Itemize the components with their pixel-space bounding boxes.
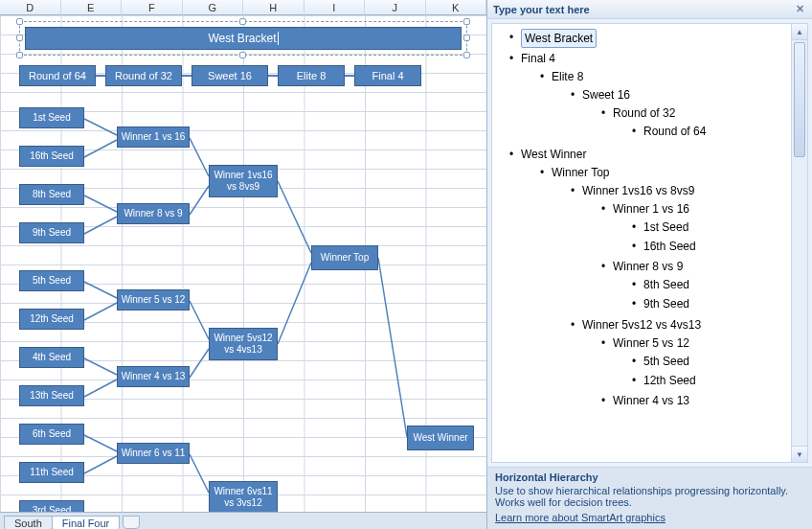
matchup-box[interactable]: Winner 5vs12 vs 4vs13 — [209, 328, 278, 360]
round-box[interactable]: Final 4 — [354, 65, 421, 86]
final-box[interactable]: West Winner — [407, 426, 474, 450]
col-header[interactable]: J — [365, 0, 426, 15]
pane-header: Type your text here ✕ — [487, 0, 812, 19]
matchup-box[interactable]: Winner 6 vs 11 — [117, 443, 190, 464]
outline-item[interactable]: Round of 64 — [632, 122, 789, 141]
svg-line-2 — [84, 196, 117, 212]
matchup-box[interactable]: Winner 5 vs 12 — [117, 289, 190, 310]
scroll-thumb[interactable] — [794, 42, 805, 157]
footer-title: Horizontal Hierarchy — [495, 472, 804, 483]
pane-title: Type your text here — [493, 4, 590, 15]
svg-line-3 — [84, 217, 117, 234]
matchup-box[interactable]: Winner 4 vs 13 — [117, 366, 190, 387]
svg-line-4 — [84, 282, 117, 298]
col-header[interactable]: I — [304, 0, 366, 15]
new-sheet-button[interactable] — [123, 516, 140, 529]
outline-item[interactable]: Round of 32 Round of 64 — [601, 104, 789, 142]
round-box[interactable]: Round of 64 — [19, 65, 96, 86]
svg-line-15 — [278, 181, 311, 253]
svg-line-10 — [190, 138, 209, 176]
outline-item[interactable]: Winner 1vs16 vs 8vs9 Winner 1 vs 16 1st … — [571, 181, 789, 315]
resize-handle[interactable] — [463, 34, 470, 41]
seed-box[interactable]: 11th Seed — [19, 462, 84, 483]
col-header[interactable]: E — [61, 0, 123, 15]
sheet-tab[interactable]: Final Four — [52, 516, 121, 529]
connector — [345, 75, 354, 77]
svg-line-13 — [190, 349, 209, 378]
svg-line-6 — [84, 358, 117, 375]
round-box[interactable]: Elite 8 — [278, 65, 345, 86]
outline-item[interactable]: 12th Seed — [632, 371, 789, 390]
connector — [182, 75, 192, 77]
resize-handle[interactable] — [16, 34, 23, 41]
smartart-text-pane: Type your text here ✕ West Bracket Final… — [486, 0, 812, 529]
outline-editor[interactable]: West Bracket Final 4 Elite 8 Sweet 16 Ro… — [492, 24, 791, 462]
outline-item[interactable]: 9th Seed — [632, 294, 789, 313]
round-box[interactable]: Sweet 16 — [192, 65, 268, 86]
matchup-box[interactable]: Winner 6vs11 vs 3vs12 — [209, 481, 278, 514]
svg-line-0 — [84, 119, 117, 135]
outline-item[interactable]: Elite 8 Sweet 16 Round of 32 Round of 64 — [540, 67, 789, 144]
title-text: West Bracket — [208, 32, 276, 45]
resize-handle[interactable] — [463, 18, 470, 25]
resize-handle[interactable] — [16, 18, 23, 25]
outline-item[interactable]: 5th Seed — [632, 352, 789, 371]
outline-item[interactable]: Winner Top Winner 1vs16 vs 8vs9 Winner 1… — [540, 163, 789, 412]
text-caret — [278, 32, 279, 45]
scroll-up-icon[interactable]: ▲ — [792, 24, 807, 40]
seed-box[interactable]: 9th Seed — [19, 222, 84, 243]
bracket-title[interactable]: West Bracket — [25, 27, 462, 50]
seed-box[interactable]: 13th Seed — [19, 385, 84, 406]
outline-item[interactable]: West Bracket — [509, 28, 789, 49]
matchup-box[interactable]: Winner Top — [311, 245, 378, 270]
col-header[interactable]: F — [122, 0, 183, 15]
matchup-box[interactable]: Winner 1 vs 16 — [117, 126, 190, 148]
scroll-track[interactable] — [792, 40, 807, 446]
matchup-box[interactable]: Winner 1vs16 vs 8vs9 — [209, 165, 278, 197]
footer-desc: Use to show hierarchical relationships p… — [495, 485, 804, 508]
col-header[interactable]: D — [0, 0, 61, 15]
outline-item[interactable]: Sweet 16 Round of 32 Round of 64 — [571, 85, 789, 143]
svg-line-14 — [190, 454, 209, 493]
column-headers: D E F G H I J K — [0, 0, 486, 15]
seed-box[interactable]: 5th Seed — [19, 270, 84, 291]
col-header[interactable]: K — [426, 0, 487, 15]
outline-item[interactable]: Winner 1 vs 16 1st Seed 16th Seed — [601, 199, 789, 257]
scroll-down-icon[interactable]: ▼ — [792, 446, 807, 462]
resize-handle[interactable] — [239, 52, 246, 58]
resize-handle[interactable] — [463, 52, 470, 58]
scrollbar[interactable]: ▲ ▼ — [791, 24, 807, 462]
sheet-tab[interactable]: South — [4, 516, 53, 529]
outline-item[interactable]: Winner 4 vs 13 — [601, 391, 789, 410]
smartart-diagram[interactable]: West Bracket Round of 64 Round of 32 Swe… — [0, 15, 486, 514]
connector — [96, 75, 105, 77]
seed-box[interactable]: 4th Seed — [19, 347, 84, 368]
learn-more-link[interactable]: Learn more about SmartArt graphics — [495, 512, 665, 523]
seed-box[interactable]: 8th Seed — [19, 184, 84, 205]
outline-item[interactable]: 8th Seed — [632, 275, 789, 294]
close-icon[interactable]: ✕ — [793, 3, 806, 16]
matchup-box[interactable]: Winner 8 vs 9 — [117, 203, 190, 224]
outline-item[interactable]: Winner 5 vs 12 5th Seed 12th Seed — [601, 334, 789, 391]
seed-box[interactable]: 1st Seed — [19, 107, 84, 128]
spreadsheet-area: D E F G H I J K West Bracket Round of 64… — [0, 0, 486, 529]
outline-item[interactable]: Final 4 Elite 8 Sweet 16 Round of 32 Rou… — [509, 49, 789, 145]
outline-item[interactable]: Winner 5vs12 vs 4vs13 Winner 5 vs 12 5th… — [571, 315, 789, 411]
svg-line-9 — [84, 456, 117, 473]
resize-handle[interactable] — [239, 18, 246, 25]
resize-handle[interactable] — [16, 52, 23, 58]
seed-box[interactable]: 16th Seed — [19, 146, 84, 167]
pane-body: West Bracket Final 4 Elite 8 Sweet 16 Ro… — [491, 23, 808, 463]
svg-line-17 — [378, 258, 407, 437]
outline-item[interactable]: Winner 8 vs 9 8th Seed 9th Seed — [601, 257, 789, 314]
seed-box[interactable]: 6th Seed — [19, 424, 84, 445]
svg-line-16 — [278, 263, 311, 344]
outline-item[interactable]: 1st Seed — [632, 218, 789, 237]
col-header[interactable]: G — [183, 0, 244, 15]
outline-item[interactable]: West Winner Winner Top Winner 1vs16 vs 8… — [509, 145, 789, 413]
col-header[interactable]: H — [243, 0, 304, 15]
round-box[interactable]: Round of 32 — [105, 65, 182, 86]
round-headers: Round of 64 Round of 32 Sweet 16 Elite 8… — [19, 65, 421, 86]
seed-box[interactable]: 12th Seed — [19, 309, 84, 330]
outline-item[interactable]: 16th Seed — [632, 237, 789, 256]
